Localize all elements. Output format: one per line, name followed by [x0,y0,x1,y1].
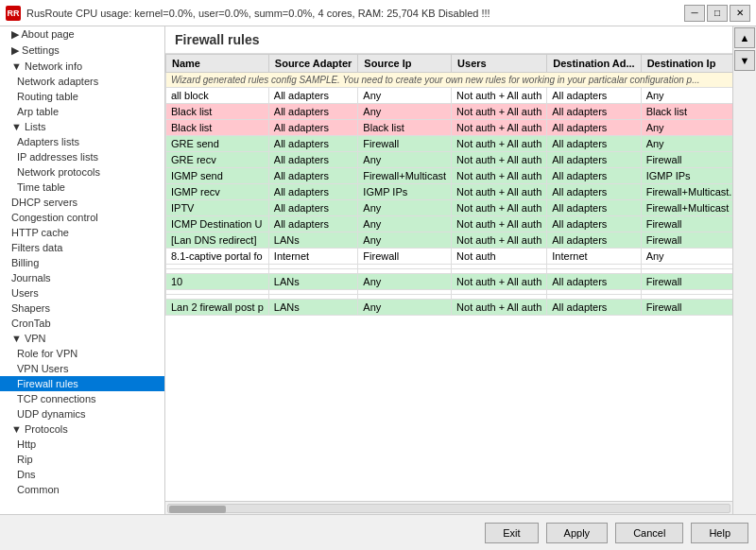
sidebar-item-tcp-connections[interactable]: TCP connections [0,391,164,406]
table-cell: all block [166,88,269,104]
sidebar-item-http-cache[interactable]: HTTP cache [0,225,164,240]
sidebar-item-ip-addresses-lists[interactable]: IP addresses lists [0,149,164,164]
table-cell: IGMP IPs [358,184,452,200]
table-cell: Any [358,104,452,120]
scroll-up-button[interactable]: ▲ [734,27,755,48]
table-cell: Black list [166,104,269,120]
help-button[interactable]: Help [691,523,748,543]
sidebar-item-protocols[interactable]: ▼ Protocols [0,421,164,437]
table-cell: Firewall [641,300,732,316]
sidebar-item-network-adapters[interactable]: Network adapters [0,74,164,89]
table-cell: All adapters [268,184,358,200]
sidebar-item-udp-dynamics[interactable]: UDP dynamics [0,406,164,421]
table-row[interactable]: ICMP Destination UAll adaptersAnyNot aut… [166,216,733,232]
sidebar-item-about[interactable]: ▶ About page [0,26,164,43]
sidebar-item-crontab[interactable]: CronTab [0,316,164,331]
table-cell: Black list [641,104,732,120]
app-icon: RR [6,6,21,21]
table-cell: 10 [166,274,269,290]
table-cell: Firewall [641,216,732,232]
table-cell: Not auth + All auth [452,274,547,290]
exit-button[interactable]: Exit [485,523,538,543]
table-cell: Firewall [641,274,732,290]
sidebar-item-filters-data[interactable]: Filters data [0,240,164,255]
sidebar-item-congestion-control[interactable]: Congestion control [0,210,164,225]
table-cell: Not auth + All auth [452,200,547,216]
table-cell: All adapters [268,216,358,232]
table-cell: Not auth + All auth [452,168,547,184]
title-bar-text: RusRoute CPU usage: kernel=0.0%, user=0.… [26,8,490,19]
table-row[interactable]: Black listAll adaptersAnyNot auth + All … [166,104,733,120]
page-title: Firewall rules [175,32,259,47]
sidebar-item-settings[interactable]: ▶ Settings [0,43,164,59]
table-cell: Not auth [452,249,547,265]
table-row[interactable]: IPTVAll adaptersAnyNot auth + All authAl… [166,200,733,216]
scroll-track[interactable] [167,504,730,513]
table-cell: Not auth + All auth [452,184,547,200]
sidebar-item-routing-table[interactable]: Routing table [0,89,164,104]
table-cell: 8.1-captive portal fo [166,249,269,265]
table-cell: Not auth + All auth [452,104,547,120]
horizontal-scrollbar[interactable] [165,501,732,514]
column-header-destination-ad...: Destination Ad... [547,55,641,73]
table-cell: All adapters [547,152,641,168]
cancel-button[interactable]: Cancel [615,523,683,543]
table-row[interactable]: GRE recvAll adaptersAnyNot auth + All au… [166,152,733,168]
content-header: Firewall rules [165,26,732,54]
table-row[interactable]: Lan 2 firewall post pLANsAnyNot auth + A… [166,300,733,316]
table-row[interactable]: IGMP sendAll adaptersFirewall+MulticastN… [166,168,733,184]
apply-button[interactable]: Apply [546,523,609,543]
table-cell: All adapters [268,168,358,184]
maximize-button[interactable]: □ [707,5,728,22]
firewall-table: NameSource AdapterSource IpUsersDestinat… [165,54,732,316]
table-wrapper[interactable]: NameSource AdapterSource IpUsersDestinat… [165,54,732,501]
sidebar-item-adapters-lists[interactable]: Adapters lists [0,134,164,149]
sidebar-item-arp-table[interactable]: Arp table [0,104,164,119]
table-cell: All adapters [268,200,358,216]
table-cell: LANs [268,300,358,316]
sidebar-item-network-protocols[interactable]: Network protocols [0,164,164,180]
table-cell: All adapters [547,104,641,120]
sidebar-item-firewall-rules[interactable]: Firewall rules [0,376,164,391]
table-cell: Lan 2 firewall post p [166,300,269,316]
table-cell: Firewall+Multicast [358,168,452,184]
table-cell: Any [358,274,452,290]
table-cell: All adapters [268,152,358,168]
table-row[interactable]: 10LANsAnyNot auth + All authAll adapters… [166,274,733,290]
sidebar-item-role-for-vpn[interactable]: Role for VPN [0,346,164,361]
sidebar-item-users[interactable]: Users [0,285,164,301]
scroll-down-button[interactable]: ▼ [734,50,755,71]
info-message: Wizard generated rules config SAMPLE. Yo… [166,73,733,88]
table-cell: Any [358,232,452,249]
table-row[interactable]: GRE sendAll adaptersFirewallNot auth + A… [166,136,733,152]
table-row[interactable]: 8.1-captive portal foInternetFirewallNot… [166,249,733,265]
minimize-button[interactable]: ─ [684,5,705,22]
scroll-thumb[interactable] [169,506,226,513]
table-row[interactable]: [Lan DNS redirect]LANsAnyNot auth + All … [166,232,733,249]
sidebar-item-shapers[interactable]: Shapers [0,301,164,316]
table-cell: Any [641,136,732,152]
sidebar-item-billing[interactable]: Billing [0,255,164,270]
sidebar-item-dhcp-servers[interactable]: DHCP servers [0,195,164,210]
table-cell: Internet [547,249,641,265]
table-cell: Any [641,120,732,136]
close-button[interactable]: ✕ [730,5,750,22]
table-cell: All adapters [547,232,641,249]
sidebar-item-vpn-users[interactable]: VPN Users [0,361,164,376]
column-header-source-ip: Source Ip [358,55,452,73]
table-row[interactable]: IGMP recvAll adaptersIGMP IPsNot auth + … [166,184,733,200]
sidebar-item-common[interactable]: Common [0,482,164,497]
sidebar-item-time-table[interactable]: Time table [0,180,164,195]
sidebar-item-journals[interactable]: Journals [0,270,164,285]
sidebar-item-dns[interactable]: Dns [0,467,164,482]
table-cell: IGMP recv [166,184,269,200]
sidebar-item-rip[interactable]: Rip [0,452,164,467]
table-row[interactable]: Black listAll adaptersBlack listNot auth… [166,120,733,136]
table-cell: All adapters [268,88,358,104]
sidebar-item-vpn[interactable]: ▼ VPN [0,331,164,346]
sidebar-item-network-info[interactable]: ▼ Network info [0,59,164,74]
sidebar-item-lists[interactable]: ▼ Lists [0,119,164,134]
table-row[interactable]: all blockAll adaptersAnyNot auth + All a… [166,88,733,104]
sidebar-item-http[interactable]: Http [0,437,164,452]
column-header-destination-ip: Destination Ip [641,55,732,73]
